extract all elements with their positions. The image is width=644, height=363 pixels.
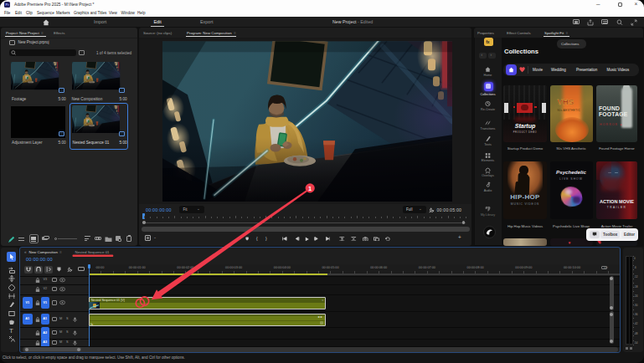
svg-text:T: T [9, 327, 13, 334]
